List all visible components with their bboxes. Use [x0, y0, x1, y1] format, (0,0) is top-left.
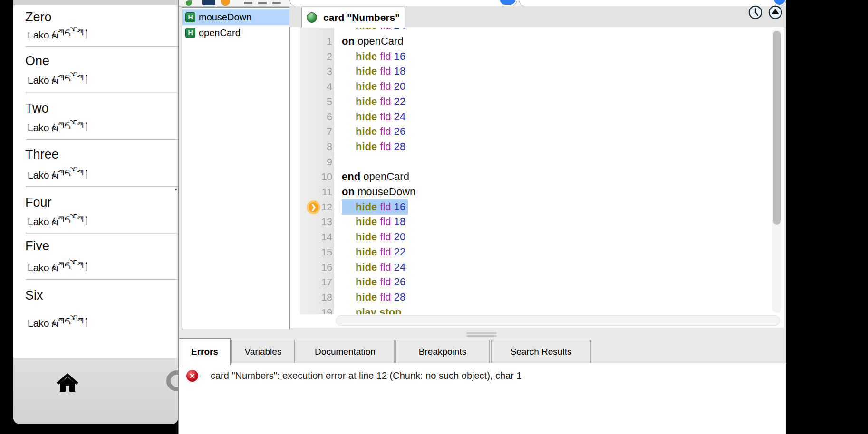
code-token: hide: [356, 50, 380, 62]
code-token: fld: [380, 261, 394, 273]
card-row-label: Two: [25, 101, 49, 116]
card-row-label: Four: [25, 195, 52, 210]
sprout-icon[interactable]: [186, 0, 192, 6]
card-row-latin: Lako /: [28, 122, 58, 133]
record-dot-icon[interactable]: [221, 0, 230, 6]
collapse-up-button[interactable]: [768, 5, 782, 19]
line-code: play stop: [342, 305, 402, 314]
magnifier-ring-icon[interactable]: [166, 370, 178, 391]
tab-documentation[interactable]: Documentation: [296, 340, 395, 363]
script-editor-field[interactable]: hide fld 241on openCard2hide fld 163hide…: [290, 27, 784, 328]
line-number: 4: [290, 79, 332, 94]
history-clock-button[interactable]: [748, 5, 762, 19]
code-token: fld: [380, 80, 394, 92]
window-icon[interactable]: [202, 0, 215, 5]
code-token: on: [342, 186, 357, 198]
code-token: hide: [356, 125, 380, 137]
script-line: 8hide fld 28: [290, 139, 784, 154]
card-row-label: Five: [25, 239, 49, 254]
errors-pane: ✕card "Numbers": execution error at line…: [179, 363, 786, 434]
code-token: 18: [394, 216, 405, 227]
line-code: hide fld 24: [342, 260, 405, 275]
line-number: 8: [290, 139, 332, 154]
code-token: fld: [380, 276, 394, 288]
horizontal-scrollbar[interactable]: [336, 315, 780, 326]
code-token: 28: [394, 291, 405, 303]
line-number: 11: [290, 184, 332, 199]
pane-drag-handle[interactable]: [466, 332, 497, 334]
line-code: hide fld 28: [342, 290, 405, 305]
card-footer-bar: [13, 358, 178, 424]
row-divider: [26, 279, 178, 280]
tab-errors[interactable]: Errors: [179, 338, 231, 365]
script-line: 15hide fld 22: [290, 245, 784, 260]
script-line: 3hide fld 18: [290, 64, 784, 79]
code-token: 22: [394, 95, 405, 107]
card-row-latin: Lako /: [28, 170, 58, 180]
code-token: fld: [380, 246, 394, 258]
code-token: 22: [394, 246, 405, 258]
card-row-tibetan: ཀླད་ཀོ།: [58, 315, 90, 330]
card-row-tibetan: ཀླད་ཀོ།: [58, 167, 90, 181]
row-divider: [26, 233, 178, 234]
dash-icon[interactable]: [258, 2, 267, 4]
handler-label: openCard: [199, 28, 241, 38]
script-line: 6hide fld 24: [290, 109, 784, 124]
line-code: hide fld 18: [342, 64, 405, 79]
code-token: 20: [394, 231, 405, 243]
code-token: hide: [356, 276, 380, 288]
vertical-scrollbar[interactable]: [772, 28, 781, 313]
script-line: 16hide fld 24: [290, 260, 784, 275]
code-token: 24: [394, 111, 405, 123]
script-line: 11on mouseDown: [290, 184, 784, 199]
dash-icon[interactable]: [244, 2, 252, 4]
code-token: 20: [394, 80, 405, 92]
handler-item-mouseDown[interactable]: HmouseDown: [182, 9, 289, 25]
handler-list: HmouseDownHopenCard: [182, 7, 290, 329]
tab-breakpoints[interactable]: Breakpoints: [395, 340, 490, 363]
card-row-subtitle: Lako / ཀླད་ཀོ།: [28, 214, 90, 228]
handler-item-openCard[interactable]: HopenCard: [182, 25, 289, 41]
tab-card-numbers[interactable]: card "Numbers": [301, 7, 405, 28]
go-button[interactable]: [500, 0, 516, 5]
code-token: fld: [380, 50, 394, 62]
home-icon[interactable]: [56, 372, 79, 393]
code-token: hide: [356, 65, 380, 77]
card-row-subtitle: Lako / ཀླད་ཀོ།: [28, 120, 90, 134]
row-divider: [26, 92, 178, 93]
code-token: 28: [394, 141, 405, 152]
card-row-latin: Lako /: [28, 318, 58, 329]
card-row-tibetan: ཀླད་ཀོ།: [58, 72, 90, 86]
code-token: 24: [394, 261, 405, 273]
line-code: hide fld 16: [342, 199, 408, 215]
line-code: hide fld 16: [342, 49, 405, 64]
code-token: fld: [380, 201, 394, 213]
go-button[interactable]: [774, 0, 785, 5]
code-token: fld: [380, 291, 394, 303]
pane-drag-handle[interactable]: [466, 335, 497, 337]
line-code: hide fld 26: [342, 124, 405, 139]
execution-pointer-icon[interactable]: ❯: [307, 200, 320, 214]
row-divider: [26, 46, 178, 47]
code-token: end: [342, 170, 363, 182]
toolbar-sliver: [179, 0, 786, 7]
search-field[interactable]: [519, 0, 786, 7]
search-field[interactable]: [289, 0, 517, 7]
dash-icon[interactable]: [272, 2, 281, 4]
card-stack-window: ZeroLako / ཀླད་ཀོ།OneLako / ཀླད་ཀོ།TwoLa…: [13, 0, 178, 424]
vertical-scrollbar-thumb[interactable]: [773, 31, 781, 225]
card-row-label: Three: [25, 147, 59, 162]
code-token: 24: [394, 27, 405, 31]
script-line: 12hide fld 16: [290, 199, 784, 215]
code-token: hide: [356, 141, 380, 152]
code-token: stop: [379, 306, 401, 314]
handler-label: mouseDown: [199, 12, 251, 23]
tab-variables[interactable]: Variables: [231, 340, 295, 363]
speck-artifact: [175, 189, 177, 190]
code-token: fld: [380, 95, 394, 107]
code-token: fld: [380, 216, 394, 227]
line-code: on mouseDown: [342, 184, 415, 199]
line-number: 6: [290, 109, 332, 124]
tab-search-results[interactable]: Search Results: [491, 340, 591, 363]
card-window-titlebar[interactable]: [13, 0, 178, 5]
